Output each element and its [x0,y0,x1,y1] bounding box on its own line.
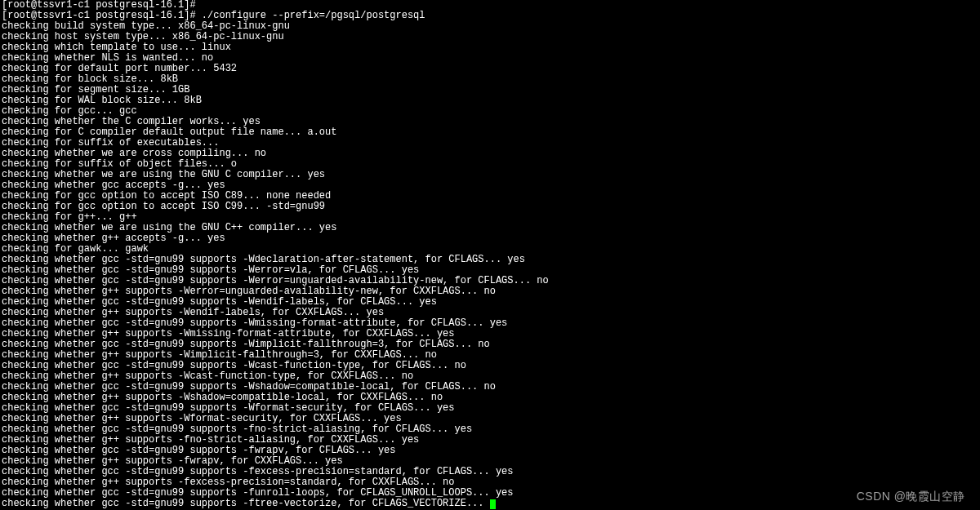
terminal-line: checking whether gcc -std=gnu99 supports… [2,499,978,509]
cursor [490,499,496,509]
terminal-line: checking for gcc option to accept ISO C9… [2,202,978,212]
terminal-line: checking for WAL block size... 8kB [2,95,978,106]
terminal-output[interactable]: [root@tssvr1-c1 postgresql-16.1]#[root@t… [0,0,980,509]
watermark: CSDN @晚霞山空静 [857,491,965,502]
